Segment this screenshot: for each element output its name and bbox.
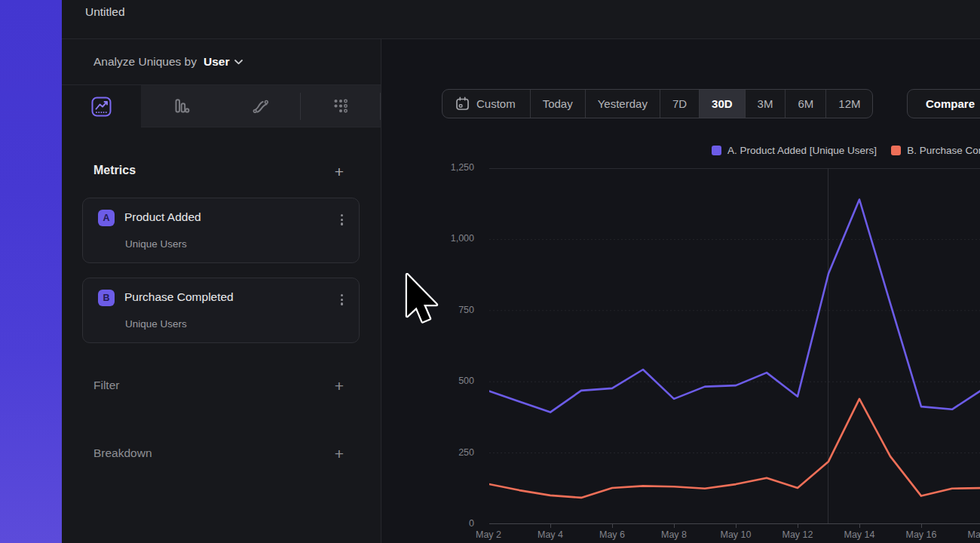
metric-options-icon[interactable] [338,292,345,308]
x-tick: May 16 [895,529,948,541]
compare-button[interactable]: Compare [907,89,980,118]
legend-swatch-a [712,146,721,155]
desktop-gradient-strip [0,0,62,543]
report-title[interactable]: Untitled [85,5,125,19]
sidebar: Analyze Uniques by User [62,39,381,543]
metric-badge-a: A [98,210,115,226]
metrics-header: Metrics [93,164,136,177]
analyze-by-value: User [204,55,229,69]
add-metric-button[interactable]: + [330,164,348,180]
range-3m[interactable]: 3M [745,90,786,118]
x-tick: May 4 [524,529,577,541]
date-range-control: Custom Today Yesterday 7D 30D 3M 6M 12M [442,89,873,118]
series-line [489,200,980,413]
chevron-down-icon [234,60,243,65]
bar-chart-icon [171,97,191,116]
metric-title: Product Added [124,210,201,224]
analyze-by-dropdown[interactable]: User [204,55,243,69]
retention-grid-icon [331,97,351,116]
tab-flows[interactable] [221,85,301,127]
y-tick: 1,250 [414,162,474,174]
topbar: Untitled [62,0,980,39]
mouse-cursor [405,273,439,333]
add-breakdown-button[interactable]: + [330,446,348,462]
x-tick: May 10 [709,529,762,541]
x-tick: May 6 [586,529,639,541]
y-tick: 500 [414,376,474,388]
app-window: Untitled Analyze Uniques by User [62,0,980,543]
metric-card-a[interactable]: A Product Added Unique Users [82,198,360,263]
range-30d-selected[interactable]: 30D [699,90,745,118]
legend-label-b: B. Purchase Completed [Unique Users] [907,145,980,156]
series-line [489,399,980,498]
tab-bar-chart[interactable] [141,85,221,127]
legend-item-b: B. Purchase Completed [Unique Users] [891,144,980,157]
range-yesterday[interactable]: Yesterday [585,90,660,118]
x-tick: May 12 [771,529,824,541]
metric-subtitle: Unique Users [125,318,187,330]
chart-pane: Custom Today Yesterday 7D 30D 3M 6M 12M … [381,39,980,543]
range-custom[interactable]: Custom [443,90,530,118]
chart-type-tabs [62,85,381,127]
y-tick: 0 [414,518,474,530]
flows-icon [251,97,271,116]
range-7d[interactable]: 7D [660,90,699,118]
analyze-label: Analyze Uniques by [93,55,197,69]
metric-card-b[interactable]: B Purchase Completed Unique Users [82,278,360,343]
legend-swatch-b [891,146,901,155]
line-chart[interactable] [489,168,980,530]
tab-retention-grid[interactable] [301,85,381,127]
tab-line-chart[interactable] [62,85,141,127]
range-12m[interactable]: 12M [825,90,872,118]
analyze-row: Analyze Uniques by User [62,39,381,85]
y-tick: 1,000 [414,233,474,245]
range-6m[interactable]: 6M [785,90,825,118]
filter-label: Filter [93,379,119,392]
legend-item-a: A. Product Added [Unique Users] [712,144,877,157]
screen: Untitled Analyze Uniques by User [0,0,980,543]
x-tick: May 2 [462,529,515,541]
line-chart-icon [91,97,112,117]
x-tick: May 18 [957,529,980,541]
x-tick: May 14 [833,529,886,541]
chart-legend: A. Product Added [Unique Users] B. Purch… [712,144,980,157]
add-filter-button[interactable]: + [330,378,348,394]
calendar-icon [455,97,470,111]
metric-title: Purchase Completed [124,290,234,304]
x-tick: May 8 [648,529,700,541]
range-today[interactable]: Today [530,90,585,118]
metric-badge-b: B [98,290,115,306]
range-label: Custom [476,97,516,110]
y-tick: 250 [414,447,474,459]
metric-options-icon[interactable] [338,212,345,228]
breakdown-label: Breakdown [93,446,152,460]
metric-subtitle: Unique Users [125,238,187,250]
legend-label-a: A. Product Added [Unique Users] [727,145,877,156]
